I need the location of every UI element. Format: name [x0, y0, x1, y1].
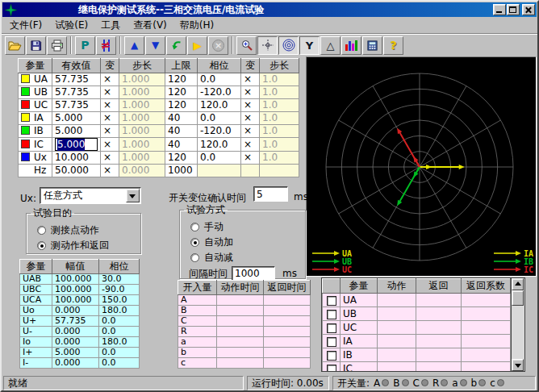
- vary-cell[interactable]: ×: [101, 99, 119, 112]
- limit-cell[interactable]: 40: [165, 125, 198, 138]
- step-cell[interactable]: 1.0: [260, 125, 299, 138]
- limit-cell[interactable]: 120: [165, 86, 198, 99]
- row-checkbox[interactable]: [327, 296, 336, 306]
- step-cell[interactable]: 1.0: [260, 152, 299, 165]
- vary-cell[interactable]: ×: [101, 165, 119, 177]
- step-cell[interactable]: 1.0: [260, 138, 299, 152]
- rms-cell[interactable]: 57.735: [52, 86, 101, 99]
- edit-field[interactable]: 5.000: [55, 138, 98, 151]
- axes-toggle-button[interactable]: [257, 36, 278, 55]
- menu-file[interactable]: 文件(F): [3, 17, 48, 34]
- phase-cell[interactable]: 0.0: [198, 112, 241, 125]
- maximize-button[interactable]: [507, 4, 520, 15]
- row-checkbox[interactable]: [327, 351, 336, 361]
- ux-mode-select[interactable]: 任意方式: [40, 187, 141, 204]
- limit-cell[interactable]: 1000: [165, 165, 198, 177]
- confirm-time-input[interactable]: 5: [253, 186, 288, 202]
- scrollbar-thumb[interactable]: [512, 290, 524, 306]
- zoom-button[interactable]: [236, 36, 257, 55]
- rms-cell[interactable]: 10.000: [52, 152, 101, 165]
- rms-cell[interactable]: 50.000: [52, 165, 101, 177]
- step-cell[interactable]: 1.000: [119, 73, 165, 86]
- limit-cell[interactable]: 120: [165, 73, 198, 86]
- radio-option[interactable]: 自动加: [190, 236, 305, 248]
- vary-cell[interactable]: ×: [241, 73, 260, 86]
- phase-cell[interactable]: -120.0: [198, 125, 241, 138]
- menu-view[interactable]: 查看(V): [127, 17, 173, 34]
- stop-button[interactable]: ×: [208, 36, 228, 55]
- bar-chart-button[interactable]: [341, 36, 361, 55]
- rms-cell[interactable]: 57.735: [52, 99, 101, 112]
- star-view-button[interactable]: Y: [299, 36, 320, 55]
- limit-cell[interactable]: 120: [165, 152, 198, 165]
- vary-cell[interactable]: ×: [101, 86, 119, 99]
- limit-cell[interactable]: 40: [165, 138, 198, 152]
- limit-cell[interactable]: 120: [165, 99, 198, 112]
- rms-cell[interactable]: 5.000: [52, 125, 101, 138]
- phase-cell[interactable]: 120.0: [198, 99, 241, 112]
- delta-view-button[interactable]: △: [320, 36, 341, 55]
- vary-cell[interactable]: [241, 165, 260, 177]
- row-checkbox[interactable]: [327, 323, 336, 333]
- menu-tools[interactable]: 工具: [94, 17, 127, 34]
- calculator-button[interactable]: [362, 36, 382, 55]
- radio-option[interactable]: 测动作和返回: [37, 240, 140, 251]
- vary-cell[interactable]: ×: [241, 138, 260, 152]
- step-cell[interactable]: 1.000: [119, 99, 165, 112]
- step-cell[interactable]: [260, 165, 299, 177]
- circles-toggle-button[interactable]: [278, 36, 299, 55]
- radio-button[interactable]: [190, 223, 199, 231]
- help-button[interactable]: ?: [383, 36, 403, 55]
- vary-cell[interactable]: ×: [101, 125, 119, 138]
- scroll-up-button[interactable]: [512, 278, 524, 290]
- menu-help[interactable]: 帮助(H): [173, 17, 220, 34]
- row-checkbox[interactable]: [327, 365, 336, 373]
- step-cell[interactable]: 1.0: [260, 73, 299, 86]
- rms-cell[interactable]: 5.000: [52, 138, 101, 152]
- print-button[interactable]: [47, 36, 67, 55]
- vary-cell[interactable]: ×: [241, 125, 260, 138]
- phase-cell[interactable]: [198, 165, 241, 177]
- radio-button[interactable]: [37, 241, 46, 250]
- rms-cell[interactable]: 57.735: [52, 73, 101, 86]
- radio-option[interactable]: 测接点动作: [37, 224, 140, 236]
- decrease-button[interactable]: ▼: [145, 36, 165, 55]
- scroll-down-button[interactable]: [512, 359, 524, 371]
- start-button[interactable]: ▶: [187, 36, 207, 55]
- step-cell[interactable]: 1.000: [119, 152, 165, 165]
- phase-sequence-button[interactable]: ≠: [96, 36, 116, 55]
- open-button[interactable]: [5, 36, 25, 55]
- interval-input[interactable]: 1000: [232, 266, 275, 281]
- step-cell[interactable]: 1.0: [260, 99, 299, 112]
- vertical-scrollbar[interactable]: [512, 277, 525, 372]
- vary-cell[interactable]: ×: [101, 138, 119, 152]
- phase-cell[interactable]: 0.0: [198, 152, 241, 165]
- phase-cell[interactable]: -120.0: [198, 86, 241, 99]
- step-cell[interactable]: 1.000: [119, 125, 165, 138]
- vary-cell[interactable]: ×: [241, 86, 260, 99]
- step-cell[interactable]: 1.000: [119, 112, 165, 125]
- increase-button[interactable]: ▲: [124, 36, 144, 55]
- radio-option[interactable]: 手动: [190, 221, 305, 232]
- radio-button[interactable]: [190, 238, 199, 247]
- phase-cell[interactable]: 0.0: [198, 73, 241, 86]
- vary-cell[interactable]: ×: [101, 112, 119, 125]
- step-cell[interactable]: 1.0: [260, 86, 299, 99]
- vary-cell[interactable]: ×: [241, 99, 260, 112]
- dropdown-arrow-button[interactable]: [126, 189, 140, 202]
- row-checkbox[interactable]: [327, 337, 336, 347]
- radio-option[interactable]: 自动减: [190, 252, 305, 263]
- close-button[interactable]: [522, 4, 535, 15]
- vary-cell[interactable]: ×: [241, 112, 260, 125]
- vary-cell[interactable]: ×: [101, 152, 119, 165]
- minimize-button[interactable]: [493, 4, 506, 15]
- vary-cell[interactable]: ×: [101, 73, 119, 86]
- radio-button[interactable]: [37, 226, 46, 235]
- step-cell[interactable]: 0.000: [119, 165, 165, 177]
- step-cell[interactable]: 1.0: [260, 112, 299, 125]
- menu-test[interactable]: 试验(E): [48, 17, 94, 34]
- limit-cell[interactable]: 40: [165, 112, 198, 125]
- save-button[interactable]: [26, 36, 46, 55]
- step-cell[interactable]: 1.000: [119, 138, 165, 152]
- rms-cell[interactable]: 5.000: [52, 112, 101, 125]
